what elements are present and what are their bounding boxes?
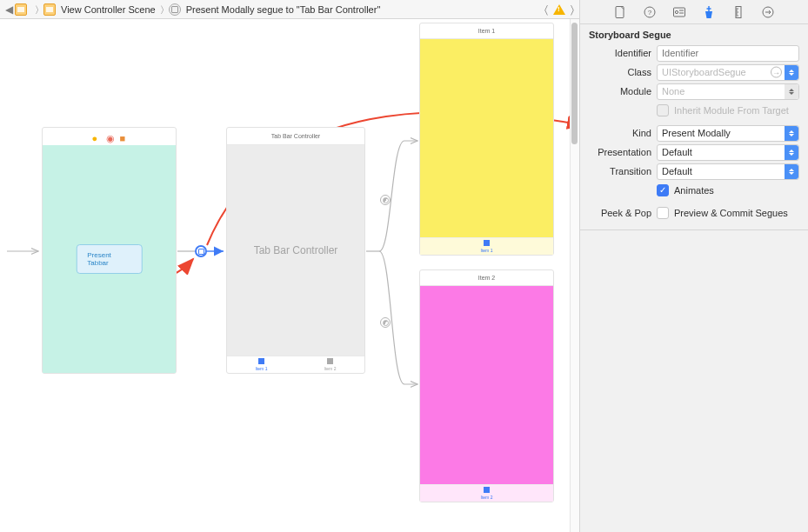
label-peek-pop: Peek & Pop [589, 208, 651, 218]
tabbar-item: Item 2 [296, 356, 364, 373]
presentation-select[interactable]: Default [657, 144, 799, 161]
label-presentation: Presentation [589, 147, 651, 157]
svg-point-7 [675, 10, 678, 13]
scene-tab-body: Tab Bar Controller [227, 145, 364, 356]
scene-dot-icon: ● [92, 133, 99, 140]
class-field[interactable]: UIStoryboardSegue → [657, 64, 799, 81]
scene-child-title: Item 1 [420, 23, 553, 39]
inspector-section-title: Storyboard Segue [580, 24, 808, 43]
scene-vc-view[interactable]: Present Tabbar [43, 145, 176, 373]
inspector-tab-bar: ? [580, 0, 808, 24]
label-inherit-module: Inherit Module From Target [674, 105, 789, 116]
transition-value: Default [662, 166, 692, 176]
dropdown-caret-icon[interactable] [785, 84, 798, 99]
storyboard-file-icon [15, 3, 27, 16]
label-kind: Kind [589, 128, 651, 138]
dropdown-caret-icon[interactable] [785, 126, 798, 141]
kind-select[interactable]: Present Modally [657, 125, 799, 142]
label-animates: Animates [674, 185, 714, 196]
segue-item-icon [169, 3, 181, 16]
scene-tabbar-controller[interactable]: Tab Bar Controller Tab Bar Controller It… [226, 127, 365, 374]
module-field[interactable]: None [657, 83, 799, 100]
tabbar-item-label: Item 2 [481, 495, 493, 500]
animates-checkbox[interactable] [657, 184, 669, 196]
identity-inspector-tab-icon[interactable] [672, 5, 686, 19]
tabbar-item-label: Item 1 [256, 366, 268, 371]
inspector-divider [580, 229, 808, 230]
jump-prev-icon[interactable]: 〈 [544, 3, 548, 16]
label-class: Class [589, 67, 651, 77]
class-jump-icon[interactable]: → [771, 67, 782, 78]
label-preview-commit: Preview & Commit Segues [674, 208, 788, 218]
kind-value: Present Modally [662, 128, 731, 138]
tabbar-item-icon [327, 358, 333, 364]
presentation-value: Default [662, 147, 692, 157]
scene-item-2[interactable]: Item 2 Item 2 [419, 269, 554, 502]
storyboard-scene-icon [43, 3, 56, 16]
warning-icon[interactable] [553, 4, 565, 15]
label-identifier: Identifier [589, 48, 651, 58]
storyboard-canvas[interactable]: ● ◉ ■ Present Tabbar Tab Bar Controller … [0, 19, 579, 532]
connections-inspector-tab-icon[interactable] [761, 5, 775, 19]
label-transition: Transition [589, 166, 651, 176]
tabbar-item-label: Item 2 [324, 366, 337, 371]
dropdown-caret-icon[interactable] [785, 164, 798, 179]
scene-tab-tabbar: Item 1 Item 2 [227, 356, 364, 373]
tabbar-item-icon [484, 487, 490, 493]
dropdown-caret-icon[interactable] [785, 145, 798, 160]
scene-exit-icon: ■ [120, 133, 127, 140]
tabbar-item-label: Item 1 [481, 248, 493, 253]
canvas-scrollbar[interactable] [570, 19, 579, 532]
inspector-panel: ? Storyboard Segue Identifier Class UISt… [579, 0, 808, 532]
relationship-badge-icon[interactable] [380, 317, 391, 328]
help-inspector-tab-icon[interactable]: ? [643, 5, 657, 19]
attributes-inspector-tab-icon[interactable] [702, 5, 716, 19]
scene-child-tabbar: Item 2 [420, 484, 553, 502]
scene-view-controller[interactable]: ● ◉ ■ Present Tabbar [42, 127, 177, 374]
scene-item-1[interactable]: Item 1 Item 1 [419, 23, 554, 256]
class-placeholder: UIStoryboardSegue [662, 67, 746, 77]
identifier-field[interactable] [657, 45, 799, 62]
back-arrow-icon[interactable]: ◀ [5, 3, 13, 16]
tabbar-item-icon [258, 358, 264, 364]
tabbar-item-icon [484, 240, 490, 246]
size-inspector-tab-icon[interactable] [731, 5, 745, 19]
preview-commit-checkbox[interactable] [657, 207, 669, 219]
scene-vc-titlebar: ● ◉ ■ [43, 128, 176, 145]
jump-bar: ◀ 〉 View Controller Scene 〉 Present Moda… [0, 0, 579, 19]
module-placeholder: None [662, 86, 684, 96]
file-inspector-tab-icon[interactable] [613, 5, 627, 19]
jump-next-icon[interactable]: 〉 [571, 3, 574, 16]
scene-child-body[interactable] [420, 286, 553, 484]
relationship-badge-icon[interactable] [380, 195, 391, 205]
segue-badge-icon[interactable] [195, 245, 207, 257]
chevron-right-icon: 〉 [161, 4, 164, 15]
breadcrumb-segue[interactable]: Present Modally segue to "Tab Bar Contro… [186, 4, 381, 15]
scene-child-tabbar: Item 1 [420, 237, 553, 255]
breadcrumb-scene[interactable]: View Controller Scene [61, 4, 156, 15]
transition-select[interactable]: Default [657, 163, 799, 180]
scroll-thumb[interactable] [571, 23, 578, 144]
present-tabbar-button[interactable]: Present Tabbar [76, 244, 143, 274]
scene-child-body[interactable] [420, 39, 553, 237]
scene-child-title: Item 2 [420, 270, 553, 286]
inherit-module-checkbox [657, 104, 669, 116]
svg-text:?: ? [648, 9, 652, 17]
tabbar-item: Item 1 [227, 356, 296, 373]
chevron-right-icon: 〉 [36, 4, 38, 15]
scene-first-responder-icon: ◉ [106, 133, 113, 140]
dropdown-caret-icon[interactable] [785, 65, 798, 80]
label-module: Module [589, 86, 651, 96]
scene-tab-title: Tab Bar Controller [227, 128, 364, 145]
